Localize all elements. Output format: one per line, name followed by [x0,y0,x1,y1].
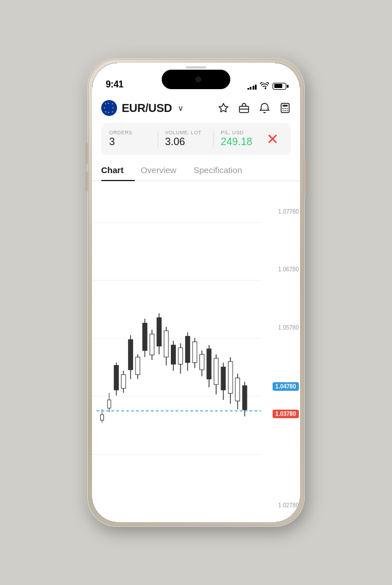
svg-rect-32 [135,357,140,375]
power-button[interactable] [304,158,306,198]
svg-point-13 [283,108,284,109]
svg-point-15 [287,108,288,109]
header: ★ ★ ★ ★ ★ ★ ★ ★ E [92,94,300,121]
svg-rect-24 [107,400,111,408]
tab-specification[interactable]: Specification [194,159,254,181]
svg-rect-44 [178,348,183,364]
svg-rect-48 [193,342,197,362]
orders-stat: ORDERS 3 [109,130,151,148]
svg-rect-26 [114,366,119,390]
pl-stat: P/L, USD 249.18 [221,130,262,148]
signal-bars [247,83,257,90]
battery-icon [273,83,286,90]
svg-rect-36 [150,334,154,355]
svg-text:★: ★ [105,102,107,105]
phone-inner: 9:41 [92,63,300,522]
candlestick-chart [97,181,261,522]
bell-icon[interactable] [259,102,270,114]
chart-area[interactable]: 1.07780 1.06780 1.05780 1.04780 1.03780 … [92,181,300,522]
svg-text:★: ★ [111,102,114,105]
eur-flag-icon: ★ ★ ★ ★ ★ ★ ★ ★ [101,100,117,116]
volume-stat: VOLUME, LOT 3.06 [165,130,207,148]
pl-label: P/L, USD [221,130,262,135]
svg-rect-28 [121,375,126,388]
silent-button[interactable] [86,143,88,160]
ask-price-badge: 1.03780 [273,410,299,418]
svg-point-18 [287,110,288,111]
svg-rect-56 [221,367,226,390]
dynamic-island [162,70,230,89]
svg-rect-22 [101,415,104,420]
stat-divider-1 [158,130,158,147]
price-label-bottom: 1.02780 [278,502,299,508]
svg-text:★: ★ [107,102,110,105]
price-label-1: 1.07780 [278,209,299,215]
svg-point-16 [283,110,284,111]
camera-dot [195,77,201,82]
tab-chart[interactable]: Chart [101,159,135,181]
svg-rect-58 [228,362,233,394]
signal-bar-2 [250,87,251,90]
close-x-icon [267,133,278,145]
svg-rect-52 [207,349,211,379]
svg-rect-54 [214,358,218,384]
svg-rect-60 [235,378,240,401]
currency-pair: EUR/USD [122,102,172,115]
volume-down-button[interactable] [86,171,88,191]
status-time: 9:41 [106,79,123,90]
screen: 9:41 [92,63,300,522]
svg-rect-12 [283,105,288,107]
status-icons [247,82,287,90]
svg-rect-40 [164,331,169,357]
star-icon[interactable] [218,102,229,114]
portfolio-icon[interactable] [238,102,250,114]
svg-text:★: ★ [111,110,114,113]
svg-point-17 [285,110,286,111]
svg-rect-38 [157,318,162,346]
header-left: ★ ★ ★ ★ ★ ★ ★ ★ E [101,100,183,116]
svg-text:★: ★ [103,106,106,109]
tabs: Chart Overview Specification [92,159,300,181]
svg-text:★: ★ [107,111,110,114]
volume-value: 3.06 [165,136,207,148]
header-actions [218,102,291,114]
svg-rect-62 [242,386,247,410]
battery-fill [274,84,282,88]
phone-frame: 9:41 [87,58,305,527]
pair-chevron-icon[interactable]: ∨ [178,103,183,113]
svg-point-14 [285,108,286,109]
orders-value: 3 [109,136,151,148]
svg-text:★: ★ [112,106,114,109]
orders-label: ORDERS [109,130,151,135]
close-button[interactable] [262,129,283,149]
price-label-2: 1.06780 [278,266,299,273]
wifi-icon [260,82,269,90]
volume-label: VOLUME, LOT [165,130,207,135]
bid-price-badge: 1.04780 [273,382,299,391]
svg-rect-46 [186,336,190,363]
svg-rect-30 [129,339,133,370]
svg-rect-42 [171,345,176,364]
stats-row: ORDERS 3 VOLUME, LOT 3.06 P/L, USD 249.1… [101,123,291,155]
svg-text:★: ★ [105,110,107,113]
stat-divider-2 [213,130,214,147]
app-content: ★ ★ ★ ★ ★ ★ ★ ★ E [92,94,300,522]
svg-rect-50 [199,354,204,370]
tab-overview[interactable]: Overview [141,159,188,181]
pl-value: 249.18 [221,136,262,148]
signal-bar-3 [253,86,254,90]
price-label-3: 1.05780 [278,324,299,331]
signal-bar-4 [255,85,257,90]
calculator-icon[interactable] [279,102,291,114]
svg-rect-34 [143,323,147,351]
signal-bar-1 [247,88,249,90]
